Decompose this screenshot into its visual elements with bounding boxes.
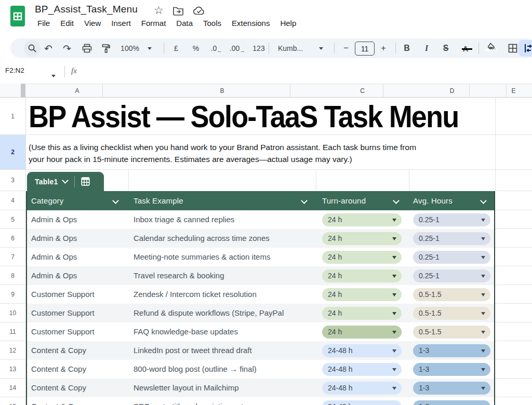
task-example-cell[interactable]: Inbox triage & canned replies (134, 210, 316, 229)
turnaround-chip[interactable]: 24-48 h (322, 344, 402, 357)
category-cell[interactable]: Admin & Ops (31, 248, 130, 266)
move-to-folder-icon[interactable] (172, 6, 184, 16)
column-filter-chevron-icon[interactable] (301, 197, 308, 204)
bold-button[interactable]: B (399, 38, 415, 58)
row-header-2[interactable]: 2 (0, 135, 26, 170)
table-column-header-task-example[interactable]: Task Example (134, 191, 183, 210)
decrease-decimal-button[interactable]: .0 ← (208, 38, 225, 58)
avg-hours-chip[interactable]: 0.5-1.5 (413, 326, 490, 339)
cloud-saved-icon[interactable] (193, 6, 205, 16)
italic-button[interactable]: I (419, 38, 434, 58)
avg-hours-chip[interactable]: 0.25-1 (413, 269, 490, 282)
name-box-caret[interactable] (51, 70, 56, 79)
turnaround-chip[interactable]: 24 h (322, 251, 402, 264)
table-row-9[interactable]: Customer SupportZendesk / Intercom ticke… (26, 285, 495, 304)
font-family-caret[interactable] (318, 38, 324, 58)
avg-hours-chip[interactable]: 1-3 (413, 382, 490, 395)
print-button[interactable] (78, 38, 95, 58)
row-header-6[interactable]: 6 (0, 229, 26, 248)
decrease-font-size-button[interactable]: − (339, 38, 353, 58)
font-size-input[interactable]: 11 (355, 42, 375, 56)
category-cell[interactable]: Content & Copy (31, 341, 130, 360)
menu-tools[interactable]: Tools (198, 17, 227, 29)
table-row-10[interactable]: Customer SupportRefund & dispute workflo… (26, 304, 495, 322)
text-color-button[interactable]: A (458, 38, 473, 58)
table-row-5[interactable]: Admin & OpsInbox triage & canned replies… (26, 210, 495, 229)
row-header-9[interactable]: 9 (0, 285, 26, 304)
row-header-7[interactable]: 7 (0, 248, 26, 266)
avg-hours-chip[interactable]: 0.25-1 (413, 251, 490, 264)
row-header-10[interactable]: 10 (0, 304, 26, 322)
fill-color-button[interactable] (482, 38, 500, 58)
category-cell[interactable]: Admin & Ops (31, 229, 130, 248)
avg-hours-chip[interactable]: 0.5-1.5 (413, 288, 490, 301)
category-cell[interactable]: Admin & Ops (31, 210, 130, 229)
turnaround-chip[interactable]: 24 h (322, 288, 402, 301)
star-icon[interactable]: ☆ (154, 5, 164, 16)
turnaround-chip[interactable]: 24 h (322, 326, 402, 339)
row-header-5[interactable]: 5 (0, 210, 26, 229)
task-example-cell[interactable]: Travel research & booking (134, 266, 316, 285)
menu-insert[interactable]: Insert (106, 17, 136, 29)
task-example-cell[interactable]: 800-word blog post (outline → final) (134, 360, 316, 379)
merge-cells-button[interactable] (518, 40, 532, 57)
turnaround-chip[interactable]: 24-48 h (322, 382, 402, 395)
column-header-c[interactable]: C (316, 84, 409, 98)
turnaround-chip[interactable]: 24 h (322, 269, 402, 282)
select-all-corner[interactable] (0, 84, 26, 98)
task-example-cell[interactable]: Refund & dispute workflows (Stripe, PayP… (134, 304, 316, 322)
document-title[interactable]: BP_Assist_Task_Menu (35, 4, 138, 15)
row-header-4[interactable]: 4 (0, 191, 26, 210)
search-button[interactable] (24, 40, 41, 57)
menu-data[interactable]: Data (171, 17, 198, 29)
task-example-cell[interactable]: Calendar scheduling across time zones (134, 229, 316, 248)
task-example-cell[interactable]: LinkedIn post or tweet thread draft (134, 341, 316, 360)
menu-view[interactable]: View (79, 17, 106, 29)
category-cell[interactable]: Customer Support (31, 285, 130, 304)
avg-hours-chip[interactable]: 0.5-1.5 (413, 307, 490, 320)
cell-a1-title[interactable]: BP Assist — Solo-TaaS Task Menu (29, 100, 477, 134)
turnaround-chip[interactable]: 24 h (322, 232, 402, 245)
menu-file[interactable]: File (32, 17, 55, 29)
turnaround-chip[interactable]: 24-48 h (322, 400, 402, 405)
name-box[interactable]: F2:N2 (5, 66, 24, 74)
menu-extensions[interactable]: Extensions (227, 17, 275, 29)
table-row-6[interactable]: Admin & OpsCalendar scheduling across ti… (26, 229, 495, 248)
cell-a2-note[interactable]: (Use this as a living checklist when you… (29, 142, 416, 165)
category-cell[interactable]: Content & Copy (31, 397, 130, 405)
row-header-14[interactable]: 14 (0, 379, 26, 397)
column-header-b[interactable]: B (128, 84, 316, 98)
category-cell[interactable]: Content & Copy (31, 360, 130, 379)
row-header-15[interactable]: 15 (0, 397, 26, 405)
turnaround-chip[interactable]: 24 h (322, 307, 402, 320)
table-name-tab[interactable]: Table1 (27, 172, 104, 191)
number-format-button[interactable]: 123 (249, 38, 268, 58)
table-column-header-category[interactable]: Category (31, 191, 63, 210)
avg-hours-chip[interactable]: 0.25-1 (413, 213, 490, 226)
avg-hours-chip[interactable]: 0.25-1 (413, 232, 490, 245)
column-filter-chevron-icon[interactable] (393, 197, 400, 204)
table-row-12[interactable]: Content & CopyLinkedIn post or tweet thr… (26, 341, 495, 360)
column-header-d[interactable]: D (409, 84, 495, 98)
menu-help[interactable]: Help (275, 17, 301, 29)
paint-format-button[interactable] (98, 38, 114, 58)
row-header-13[interactable]: 13 (0, 360, 26, 379)
category-cell[interactable]: Customer Support (31, 304, 130, 322)
increase-font-size-button[interactable]: + (376, 38, 391, 58)
frozen-pane-handle[interactable] (21, 84, 25, 97)
task-example-cell[interactable]: Meeting-note summaries & action items (134, 248, 316, 266)
column-header-e[interactable]: E (495, 84, 532, 98)
redo-button[interactable]: ↷ (59, 38, 75, 58)
zoom-value[interactable]: 100% (118, 38, 141, 58)
table-row-7[interactable]: Admin & OpsMeeting-note summaries & acti… (26, 248, 495, 266)
currency-format-button[interactable]: £ (168, 38, 184, 58)
table-row-15[interactable]: Content & CopySEO meta-title + descripti… (26, 397, 495, 405)
table-row-14[interactable]: Content & CopyNewsletter layout in Mailc… (26, 379, 495, 397)
undo-button[interactable]: ↶ (41, 38, 56, 58)
category-cell[interactable]: Content & Copy (31, 379, 130, 397)
task-example-cell[interactable]: Newsletter layout in Mailchimp (134, 379, 316, 397)
sheets-logo-icon[interactable] (9, 5, 26, 28)
table-column-header-avg-hours[interactable]: Avg. Hours (413, 191, 453, 210)
row-header-8[interactable]: 8 (0, 266, 26, 285)
menu-format[interactable]: Format (136, 17, 171, 29)
